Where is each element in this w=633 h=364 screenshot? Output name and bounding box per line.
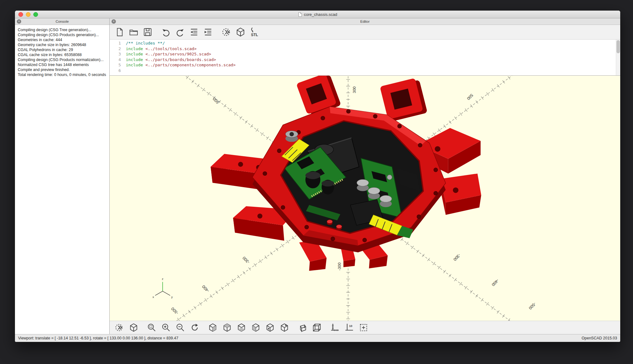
view-top-icon xyxy=(222,323,232,332)
export-stl-button[interactable]: STL xyxy=(249,26,260,38)
code-path: <../parts/servos/9025.scad> xyxy=(145,51,211,57)
axis-tick-label: -500 xyxy=(528,301,537,310)
axis-tick-label: -300 xyxy=(242,256,251,265)
zoom-in-button[interactable] xyxy=(161,322,171,333)
redo-button[interactable] xyxy=(174,26,186,38)
minimize-window-button[interactable] xyxy=(26,12,31,17)
orthogonal-button[interactable] xyxy=(312,322,322,333)
view-right-icon xyxy=(208,323,217,332)
editor-panel: × Editor xyxy=(110,18,620,334)
save-file-button[interactable] xyxy=(142,26,153,38)
view-front-button[interactable] xyxy=(265,322,275,333)
view-bottom-button[interactable] xyxy=(236,322,247,333)
axis-tick-label: 500 xyxy=(212,97,220,105)
indent-icon xyxy=(203,27,213,37)
code-keyword: include xyxy=(126,46,145,52)
view-left-button[interactable] xyxy=(250,322,261,333)
code-line: 3include <../parts/servos/9025.scad> xyxy=(110,51,620,57)
axis-tick-label: -400 xyxy=(491,278,500,287)
editor-toolbar: STL xyxy=(110,25,620,40)
open-file-button[interactable] xyxy=(128,26,139,38)
show-axes-button[interactable] xyxy=(330,322,340,333)
stl-label: STL xyxy=(251,33,258,37)
titlebar[interactable]: core_chassis.scad xyxy=(15,11,620,18)
view-right-button[interactable] xyxy=(207,322,218,333)
code-comment: /** includes **/ xyxy=(126,40,165,46)
preview-icon xyxy=(115,323,124,332)
code-scrollbar[interactable] xyxy=(616,40,620,75)
zoom-window-button[interactable] xyxy=(33,12,38,17)
perspective-button[interactable] xyxy=(297,322,308,333)
openscad-window: core_chassis.scad × Console Compiling de… xyxy=(15,10,621,342)
code-scrollbar-thumb[interactable] xyxy=(616,40,620,53)
preview-icon xyxy=(221,27,231,37)
console-log-line: Compile and preview finished. xyxy=(18,67,107,72)
traffic-lights xyxy=(18,11,38,18)
unindent-icon xyxy=(189,27,199,37)
document-icon xyxy=(298,12,302,17)
console-log-line: Normalized CSG tree has 1448 elements xyxy=(18,62,107,67)
axis-tick-label: -500 xyxy=(170,306,179,315)
console-header[interactable]: × Console xyxy=(15,18,109,25)
axis-tick-label: 500 xyxy=(466,93,474,101)
status-bar: Viewport: translate = [ -18.14 12.51 -6.… xyxy=(15,334,620,342)
editor-close-icon[interactable]: × xyxy=(112,19,116,24)
line-number: 5 xyxy=(110,62,121,68)
render-button[interactable] xyxy=(235,26,246,38)
render-button[interactable] xyxy=(128,322,139,333)
preview-button[interactable] xyxy=(221,26,232,38)
console-log-line: Geometries in cache: 444 xyxy=(18,37,107,42)
new-file-icon xyxy=(115,27,124,37)
axis-tick-label: -300 xyxy=(337,262,342,271)
3d-viewport[interactable]: 500 500 300 -300 -400 -500 -300 -400 -50… xyxy=(110,76,620,321)
console-log-line: Total rendering time: 0 hours, 0 minutes… xyxy=(18,72,107,77)
reset-view-button[interactable] xyxy=(189,322,200,333)
zoom-out-button[interactable] xyxy=(175,322,186,333)
console-close-icon[interactable]: × xyxy=(17,19,21,24)
view-bottom-icon xyxy=(237,323,246,332)
render-cube-icon xyxy=(236,27,245,37)
zoom-out-icon xyxy=(176,323,185,332)
code-keyword: include xyxy=(126,51,145,57)
axis-tick-label: 300 xyxy=(352,87,357,93)
code-editor[interactable]: 1/** includes **/ 2include <../tools/too… xyxy=(110,40,620,76)
unindent-button[interactable] xyxy=(188,26,200,38)
undo-button[interactable] xyxy=(160,26,172,38)
view-front-icon xyxy=(265,323,275,332)
console-log-line: Compiling design (CSG Products generatio… xyxy=(18,32,107,37)
app-version-text: OpenSCAD 2015.03 xyxy=(582,336,617,340)
console-log-line: Compiling design (CSG Products normaliza… xyxy=(18,57,107,62)
editor-header[interactable]: × Editor xyxy=(110,18,620,25)
triad-x-label: x xyxy=(153,295,154,299)
line-number: 4 xyxy=(110,57,121,63)
view-top-button[interactable] xyxy=(222,322,232,333)
window-title-text: core_chassis.scad xyxy=(304,12,337,17)
zoom-all-icon xyxy=(147,323,156,332)
new-file-button[interactable] xyxy=(114,26,125,38)
save-icon xyxy=(143,27,152,37)
render-cube-icon xyxy=(129,323,138,332)
show-scale-markers-button[interactable]: 10 xyxy=(344,322,355,333)
console-log-line: Geometry cache size in bytes: 2609648 xyxy=(18,42,107,47)
line-number: 3 xyxy=(110,51,121,57)
code-keyword: include xyxy=(126,62,145,68)
indent-button[interactable] xyxy=(202,26,214,38)
axis-tick-label: -300 xyxy=(452,253,461,262)
axis-tick-label: -400 xyxy=(201,284,210,293)
window-content: × Console Compiling design (CSG Tree gen… xyxy=(15,18,620,334)
close-window-button[interactable] xyxy=(18,12,23,17)
triad-y-label: y xyxy=(171,295,173,299)
console-log[interactable]: Compiling design (CSG Tree generation)..… xyxy=(15,25,109,334)
zoom-all-button[interactable] xyxy=(146,322,157,333)
show-axes-icon xyxy=(330,323,340,332)
console-log-line: Compiling design (CSG Tree generation)..… xyxy=(18,27,107,32)
console-log-line: CGAL Polyhedrons in cache: 29 xyxy=(18,47,107,52)
view-back-button[interactable] xyxy=(279,322,290,333)
code-keyword: include xyxy=(126,57,145,63)
view-back-icon xyxy=(280,323,289,332)
model-leg-mount xyxy=(441,173,481,215)
redo-icon xyxy=(175,27,185,37)
show-crosshairs-button[interactable] xyxy=(358,322,369,333)
preview-button[interactable] xyxy=(114,322,125,333)
code-path: <../tools/tools.scad> xyxy=(145,46,197,52)
